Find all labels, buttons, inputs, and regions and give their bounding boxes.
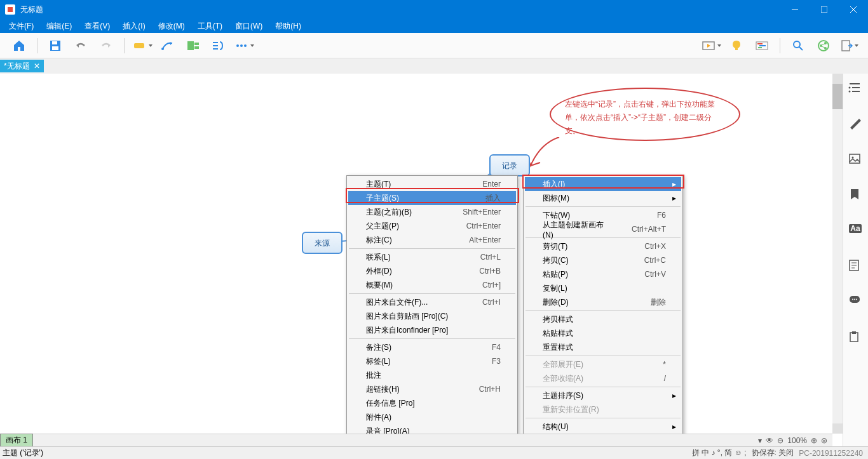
format-icon[interactable] [848,117,864,132]
menu-item-label: 标注(C) [366,235,444,246]
right-sidebar: Aa [843,74,868,446]
sheet-tab[interactable]: 画布 1 [0,434,33,447]
home-button[interactable] [9,36,29,56]
menu-item[interactable]: 主题(T)Enter [348,177,516,191]
menu-item[interactable]: 拷贝(C)Ctrl+C [525,253,681,267]
menu-item[interactable]: 外框(D)Ctrl+B [348,264,516,278]
fit-button[interactable]: ⊜ [821,436,827,445]
menu-item[interactable]: 概要(M)Ctrl+] [348,278,516,292]
menu-item[interactable]: 超链接(H)Ctrl+H [348,382,516,396]
summary-button[interactable] [208,36,229,56]
topic-button[interactable] [132,36,153,56]
menu-separator [526,206,681,207]
share-button[interactable] [813,36,834,56]
menu-window[interactable]: 窗口(W) [229,19,269,33]
menu-tools[interactable]: 工具(T) [191,19,229,33]
menu-item[interactable]: 备注(S)F4 [348,340,516,354]
marker-icon[interactable] [848,188,864,203]
idea-button[interactable] [726,36,747,56]
menu-help[interactable]: 帮助(H) [269,19,308,33]
menu-item[interactable]: 结构(U)▸ [525,420,681,434]
zoom-level[interactable]: 100% [787,436,807,445]
menu-item-label: 结构(U) [543,422,666,432]
svg-point-46 [852,299,853,300]
menu-view[interactable]: 查看(V) [78,19,116,33]
relationship-button[interactable] [158,36,178,56]
menu-item[interactable]: 图标(M)▸ [525,191,681,205]
menu-file[interactable]: 文件(F) [3,19,40,33]
toolbar-separator [124,38,125,53]
comments-icon[interactable] [848,295,864,310]
redo-button[interactable] [96,36,116,56]
text-icon[interactable]: Aa [848,223,864,239]
menu-edit[interactable]: 编辑(E) [40,19,78,33]
task-icon[interactable] [848,330,864,345]
menu-item[interactable]: 删除(D)删除 [525,295,681,309]
vertical-scrollbar[interactable] [832,74,843,434]
export-button[interactable] [839,36,859,56]
menu-item[interactable]: 子主题(S)插入 [348,191,516,205]
menu-item[interactable]: 附件(A) [348,410,516,424]
node-source[interactable]: 来源 [302,232,342,254]
boundary-button[interactable] [183,36,203,56]
presentation-button[interactable] [701,36,721,56]
menu-item[interactable]: 重置样式 [525,340,681,354]
menu-shortcut: Alt+Enter [469,236,501,244]
outline-icon[interactable] [848,81,864,96]
scroll-up-icon[interactable] [832,74,843,84]
menu-item[interactable]: 图片来自Iconfinder [Pro] [348,323,516,337]
close-button[interactable] [839,0,868,19]
menu-item[interactable]: 主题排序(S)▸ [525,389,681,402]
menu-item-label: 图片来自剪贴画 [Pro](C) [366,311,501,322]
filter-icon[interactable]: ▾ [758,436,762,445]
menu-item[interactable]: 图片来自剪贴画 [Pro](C) [348,309,516,323]
menu-item[interactable]: 拷贝样式 [525,312,681,326]
undo-button[interactable] [71,36,91,56]
menu-item[interactable]: 插入(I)▸ [525,177,681,191]
scroll-thumb[interactable] [832,84,843,109]
menu-item[interactable]: 剪切(T)Ctrl+X [525,239,681,253]
eye-icon[interactable]: 👁 [766,436,773,445]
maximize-button[interactable] [810,0,839,19]
notes-icon[interactable] [848,259,864,274]
menu-item: 全部展开(E)* [525,357,681,371]
scroll-down-icon[interactable] [832,423,843,434]
gantt-button[interactable] [752,36,772,56]
node-record[interactable]: 记录 [489,154,530,176]
menu-item[interactable]: 图片来自文件(F)...Ctrl+I [348,295,516,309]
menu-item[interactable]: 父主题(P)Ctrl+Enter [348,219,516,233]
search-button[interactable] [788,36,808,56]
node-label: 记录 [502,161,517,170]
image-icon[interactable] [848,152,864,168]
svg-text:Aa: Aa [850,224,860,233]
save-button[interactable] [45,36,65,56]
more-button[interactable] [234,36,254,56]
svg-rect-50 [852,331,856,334]
menu-item[interactable]: 从主题创建新画布(N)Ctrl+Alt+T [525,222,681,236]
menu-item[interactable]: 标签(L)F3 [348,354,516,368]
menu-item[interactable]: 主题(之前)(B)Shift+Enter [348,205,516,219]
ime-status[interactable]: 拼 中 ♪ °, 简 ☺ ; [692,448,747,458]
menu-item[interactable]: 粘贴(P)Ctrl+V [525,267,681,281]
menu-modify[interactable]: 修改(M) [152,19,191,33]
menu-item[interactable]: 任务信息 [Pro] [348,396,516,410]
menu-item-label: 概要(M) [366,280,457,291]
menu-item-label: 拷贝(C) [543,255,619,266]
menu-insert[interactable]: 插入(I) [116,19,151,33]
menu-item[interactable]: 复制(L) [525,281,681,295]
menu-item-label: 重置样式 [543,342,666,353]
menu-item[interactable]: 批注 [348,368,516,382]
zoom-out-button[interactable]: ⊖ [777,436,783,445]
menu-item[interactable]: 标注(C)Alt+Enter [348,233,516,247]
zoom-in-button[interactable]: ⊕ [811,436,817,445]
svg-point-16 [240,44,243,47]
document-tabs: *无标题 ✕ [0,58,868,74]
document-tab[interactable]: *无标题 ✕ [0,60,44,72]
svg-point-17 [244,44,247,47]
tab-close-icon[interactable]: ✕ [34,62,40,70]
menu-item[interactable]: 粘贴样式 [525,326,681,340]
menu-bar: 文件(F) 编辑(E) 查看(V) 插入(I) 修改(M) 工具(T) 窗口(W… [0,19,868,33]
menu-item[interactable]: 联系(L)Ctrl+L [348,250,516,264]
minimize-button[interactable] [780,0,810,19]
title-bar: 无标题 [0,0,868,19]
